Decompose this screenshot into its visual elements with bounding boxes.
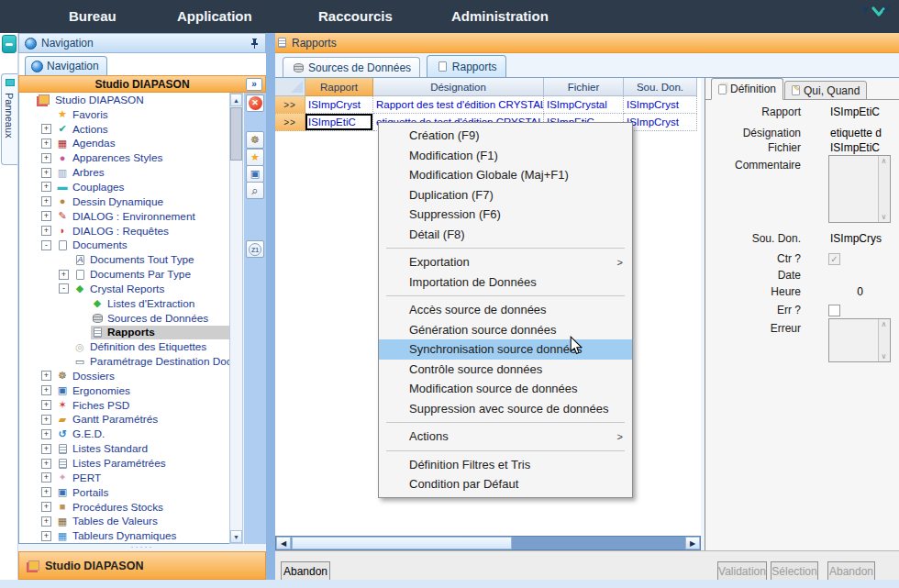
- expander-icon[interactable]: +: [41, 444, 51, 454]
- expander-icon[interactable]: +: [41, 168, 51, 178]
- abandon-button[interactable]: Abandon: [281, 561, 330, 581]
- table-cell[interactable]: ISImpCrystal: [544, 96, 624, 114]
- menu-application[interactable]: Application: [177, 8, 252, 24]
- tree-item-g-e-d-[interactable]: +G.E.D.: [19, 427, 229, 441]
- tree-item-sources-de-donn-es[interactable]: +Sources de Données: [19, 311, 229, 326]
- column-header-sou-don-[interactable]: Sou. Don.: [624, 78, 697, 96]
- menu-item-importation-de-donn-es[interactable]: Importation de Données: [379, 272, 632, 293]
- scroll-right-button[interactable]: ▶: [685, 537, 700, 549]
- table-cell[interactable]: ISImpEtiC: [305, 114, 373, 131]
- tree-item-ergonomies[interactable]: +Ergonomies: [19, 383, 229, 398]
- panel-close-icon[interactable]: ✕: [882, 3, 891, 16]
- menu-item-synchronisation-source-donn-es[interactable]: Synchronisation source données: [379, 339, 632, 360]
- abandon-button[interactable]: Abandon: [827, 561, 875, 581]
- pin-icon[interactable]: [250, 38, 260, 50]
- menu-item-condition-par-d-faut[interactable]: Condition par Défaut: [379, 474, 632, 494]
- search-button[interactable]: [246, 182, 264, 199]
- s-lection-button[interactable]: Sélection: [771, 561, 818, 581]
- menu-item-contr-le-source-donn-es[interactable]: Contrôle source données: [379, 360, 632, 380]
- expander-icon[interactable]: +: [59, 270, 69, 280]
- tree-item-portails[interactable]: +Portails: [19, 485, 229, 500]
- table-cell[interactable]: ISImpCryst: [624, 96, 697, 114]
- tree-item-listes-standard[interactable]: +Listes Standard: [19, 441, 229, 456]
- menu-item-g-n-ration-source-donn-es[interactable]: Génération source données: [379, 320, 632, 340]
- tree-item-gantt-param-tr-s[interactable]: +Gantt Paramétrés: [19, 413, 229, 427]
- expander-icon[interactable]: +: [41, 226, 51, 236]
- tree-item-documents-par-type[interactable]: +Documents Par Type: [19, 267, 229, 282]
- field-value[interactable]: ISImpEtiC: [830, 141, 880, 154]
- expander-icon[interactable]: +: [41, 196, 51, 206]
- textarea-scrollbar[interactable]: ∧∨: [878, 156, 890, 222]
- menu-raccourcis[interactable]: Raccourcis: [318, 8, 393, 24]
- table-cell[interactable]: ISImpCryst: [305, 96, 373, 114]
- field-value[interactable]: ISImpEtiC: [830, 105, 880, 118]
- tree-item-tables-de-valeurs[interactable]: +Tables de Valeurs: [19, 514, 229, 528]
- tree-scrollbar[interactable]: ▲ ▼: [229, 93, 243, 544]
- tree-item-dossiers[interactable]: +Dossiers: [19, 369, 229, 383]
- menu-bureau[interactable]: Bureau: [69, 8, 117, 24]
- scrollbar-thumb[interactable]: [230, 107, 242, 161]
- tab-rapports[interactable]: Rapports: [427, 55, 506, 77]
- scroll-up-icon[interactable]: ∧: [879, 320, 889, 328]
- tree-item-actions[interactable]: +Actions: [19, 122, 229, 137]
- expander-icon[interactable]: +: [41, 531, 51, 541]
- studio-footer[interactable]: Studio DIAPASON: [18, 551, 266, 580]
- expander-icon[interactable]: +: [41, 124, 51, 134]
- scroll-down-button[interactable]: ▼: [230, 530, 242, 543]
- tree-item-documents[interactable]: -Documents: [19, 238, 229, 252]
- expander-icon[interactable]: +: [41, 139, 51, 149]
- field-textarea[interactable]: ∧∨: [828, 318, 891, 362]
- tree-item-arbres[interactable]: +Arbres: [19, 165, 229, 180]
- field-checkbox[interactable]: [828, 305, 840, 316]
- tab-sources-de-donn-es[interactable]: Sources de Données: [283, 57, 420, 77]
- monitor-button[interactable]: [246, 165, 264, 183]
- tree-item-d-finition-des-etiquettes[interactable]: +Définition des Etiquettes: [19, 339, 229, 354]
- field-value[interactable]: etiquette d: [830, 127, 882, 139]
- tree-item-favoris[interactable]: +Favoris: [19, 107, 229, 122]
- expander-icon[interactable]: +: [41, 400, 51, 410]
- horizontal-scrollbar[interactable]: ◀ ▶: [275, 536, 701, 550]
- tab-navigation[interactable]: Navigation: [25, 56, 107, 75]
- tree-item-fiches-psd[interactable]: +Fiches PSD: [19, 398, 229, 413]
- tree-item-tableurs-dynamiques[interactable]: +Tableurs Dynamiques: [19, 528, 229, 543]
- expander-icon[interactable]: +: [41, 429, 51, 439]
- tree-item-pert[interactable]: +PERT: [19, 471, 229, 485]
- tree-item-couplages[interactable]: +Couplages: [19, 180, 229, 194]
- expander-icon[interactable]: +: [41, 472, 51, 483]
- table-cell[interactable]: ISImpCryst: [624, 114, 697, 131]
- scroll-left-button[interactable]: ◀: [276, 537, 291, 549]
- menu-item-actions[interactable]: Actions>: [379, 427, 632, 447]
- menu-item-modification-globale-maj-f1-[interactable]: Modification Globale (Maj+F1): [379, 165, 632, 185]
- tree-item-agendas[interactable]: +Agendas: [19, 137, 229, 151]
- menu-item-suppression-f6-[interactable]: Suppression (F6): [379, 205, 632, 225]
- menu-item-acc-s-source-de-donn-es[interactable]: Accès source de données: [379, 300, 632, 320]
- column-header-rapport[interactable]: Rapport: [305, 78, 373, 96]
- tree-item-rapports[interactable]: +Rapports: [19, 326, 229, 340]
- field-textarea[interactable]: ∧∨: [828, 155, 891, 223]
- column-header-d-signation[interactable]: Désignation: [373, 78, 544, 96]
- table-cell[interactable]: Rapport des test d'édition CRYSTAL: [373, 96, 544, 114]
- expander-icon[interactable]: +: [41, 153, 51, 163]
- scroll-up-button[interactable]: ▲: [230, 94, 242, 106]
- tab-qui-quand[interactable]: Qui, Quand: [784, 81, 867, 100]
- expander-icon[interactable]: +: [41, 415, 51, 425]
- menu-item-modification-f1-[interactable]: Modification (F1): [379, 146, 632, 166]
- expander-icon[interactable]: +: [41, 516, 51, 527]
- panel-splitter[interactable]: [266, 33, 275, 588]
- tree-item-proc-dures-stocks[interactable]: +Procédures Stocks: [19, 500, 229, 515]
- scroll-up-icon[interactable]: ∧: [879, 157, 889, 165]
- tree-item-listes-d-extraction[interactable]: +Listes d'Extraction: [19, 296, 229, 311]
- tree-item-studio-diapason[interactable]: +Studio DIAPASON: [19, 93, 229, 107]
- field-value[interactable]: 0: [830, 285, 863, 298]
- expander-icon[interactable]: +: [41, 182, 51, 192]
- scroll-down-icon[interactable]: ∨: [879, 213, 889, 221]
- menu-item-duplication-f7-[interactable]: Duplication (F7): [379, 185, 632, 205]
- tree-item-dessin-dynamique[interactable]: +Dessin Dynamique: [19, 194, 229, 209]
- expander-icon[interactable]: -: [41, 240, 51, 250]
- menu-item-cr-ation-f9-[interactable]: Création (F9): [379, 126, 632, 146]
- tree-item-documents-tout-type[interactable]: +ADocuments Tout Type: [19, 252, 229, 267]
- menu-item-exportation[interactable]: Exportation>: [379, 252, 632, 272]
- column-header-fichier[interactable]: Fichier: [544, 78, 624, 96]
- tree-item-apparences-styles[interactable]: +Apparences Styles: [19, 150, 229, 165]
- menu-item-suppression-avec-source-de-donn-es[interactable]: Suppression avec source de données: [379, 399, 632, 419]
